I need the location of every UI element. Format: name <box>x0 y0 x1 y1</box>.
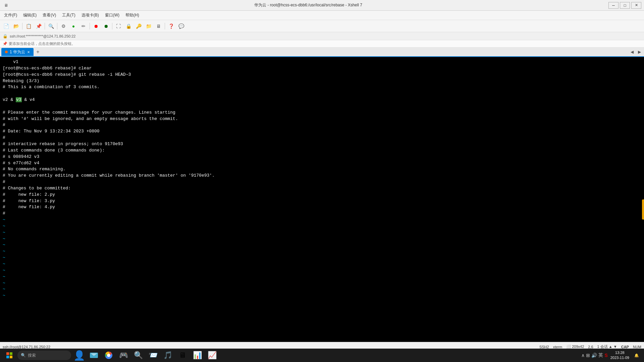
search-placeholder: 搜索 <box>28 353 36 358</box>
tray-wifi-icon[interactable]: 英 <box>598 352 603 358</box>
app-logo-icon <box>89 351 99 360</box>
toolbar-help[interactable]: ❓ <box>166 22 176 31</box>
term-tilde-5: ~ <box>3 242 641 248</box>
menu-edit[interactable]: 编辑(E) <box>20 11 39 19</box>
term-line-17: # s e77cd62 v4 <box>3 160 641 167</box>
taskbar-app-blue[interactable]: 📨 <box>146 349 160 361</box>
tab-close-icon[interactable]: ✕ <box>27 50 30 54</box>
taskbar-app-red[interactable]: 🎵 <box>161 349 174 361</box>
taskbar-app-avatar[interactable]: 👤 <box>72 349 86 361</box>
title-bar: 🖥 华为云 - root@hcss-ecs-dbb6:/usr/local/sr… <box>0 0 644 11</box>
terminal-wrapper: v1 [root@hcss-ecs-dbb6 rebase]# clear [r… <box>0 57 644 362</box>
term-line-12: # Date: Thu Nov 9 13:22:34 2023 +0800 <box>3 128 641 135</box>
svg-rect-0 <box>6 352 9 355</box>
toolbar-paste[interactable]: 📌 <box>34 22 43 31</box>
toolbar-green[interactable]: ● <box>69 22 78 31</box>
menu-view[interactable]: 查看(V) <box>40 11 59 19</box>
toolbar-transfer[interactable]: 📁 <box>144 22 153 31</box>
system-icons: ∧ ⊞ 🔊 英 S <box>581 352 607 358</box>
toolbar-lock[interactable]: 🔒 <box>124 22 133 31</box>
start-button[interactable] <box>3 350 16 361</box>
term-line-15: # Last commands done (3 commands done): <box>3 147 641 154</box>
toolbar-sep1 <box>22 23 22 29</box>
taskbar-app-yellow[interactable]: 📈 <box>205 349 219 361</box>
maximize-button[interactable]: □ <box>620 2 630 9</box>
taskbar: 🔍 搜索 👤 🎮 🔍 <box>0 349 644 362</box>
svg-rect-2 <box>6 356 9 358</box>
term-tilde-13: ~ <box>3 293 641 299</box>
toolbar-pencil[interactable]: ✏ <box>79 22 88 31</box>
term-line-7: v2 & v3 & v4 <box>3 97 641 103</box>
term-line-18: # No commands remaining. <box>3 166 641 173</box>
term-tilde-11: ~ <box>3 280 641 287</box>
close-button[interactable]: ✕ <box>631 2 641 9</box>
tab-prev-button[interactable]: ◀ <box>629 49 635 55</box>
svg-point-8 <box>107 354 110 357</box>
term-line-5: # This is a combination of 3 commits. <box>3 84 641 90</box>
clock[interactable]: 13:28 2023-11-09 <box>610 350 629 361</box>
term-tilde-12: ~ <box>3 286 641 293</box>
tab-huawei[interactable]: 1 华为云 ✕ <box>1 48 34 56</box>
term-tilde-9: ~ <box>3 267 641 274</box>
tab-next-button[interactable]: ▶ <box>636 49 643 55</box>
menu-window[interactable]: 窗口(W) <box>102 11 122 19</box>
toolbar-copy[interactable]: 📋 <box>24 22 33 31</box>
toolbar-record-red[interactable]: ⏺ <box>91 22 101 31</box>
svg-rect-3 <box>10 356 12 358</box>
taskbar-app-chrome[interactable] <box>102 349 115 361</box>
menu-help[interactable]: 帮助(H) <box>123 11 142 19</box>
tab-add-button[interactable]: + <box>34 48 42 56</box>
taskbar-app-word[interactable]: 📊 <box>191 349 204 361</box>
tab-dot <box>5 51 8 53</box>
minimize-button[interactable]: ─ <box>608 2 619 9</box>
toolbar-expand[interactable]: ⛶ <box>114 22 123 31</box>
taskbar-app-search2[interactable]: 🔍 <box>131 349 145 361</box>
toolbar: 📄 📂 📋 📌 🔍 ⚙ ● ✏ ⏺ ⏺ ⛶ 🔒 🔑 📁 🖥 ❓ 💬 <box>0 20 644 32</box>
windows-logo-icon <box>6 352 12 358</box>
term-line-25: # <box>3 210 641 217</box>
menu-tools[interactable]: 工具(T) <box>59 11 78 19</box>
toolbar-sep2 <box>45 23 45 29</box>
term-line-11: # <box>3 122 641 128</box>
tab-bar: 1 华为云 ✕ + ◀ ▶ <box>0 48 644 57</box>
toolbar-record-grn[interactable]: ⏺ <box>101 22 111 31</box>
menu-tab[interactable]: 选项卡(B) <box>79 11 102 19</box>
term-line-23: # new file: 3.py <box>3 198 641 204</box>
toolbar-settings[interactable]: ⚙ <box>59 22 68 31</box>
taskbar-app-pink[interactable]: 🎮 <box>117 349 130 361</box>
svg-rect-1 <box>10 352 12 355</box>
terminal[interactable]: v1 [root@hcss-ecs-dbb6 rebase]# clear [r… <box>0 57 644 342</box>
toolbar-chat[interactable]: 💬 <box>176 22 186 31</box>
toolbar-key[interactable]: 🔑 <box>134 22 143 31</box>
status-cursor: 2,6 <box>588 345 593 349</box>
term-line-3: [root@hcss-ecs-dbb6 rebase]# git rebase … <box>3 72 641 78</box>
toolbar-sep5 <box>112 23 112 29</box>
taskbar-app-logo[interactable] <box>87 349 101 361</box>
toolbar-find[interactable]: 🔍 <box>46 22 56 31</box>
notification-button[interactable]: 🔔 <box>632 351 641 360</box>
tray-window-icon[interactable]: ⊞ <box>586 353 590 358</box>
clock-date: 2023-11-09 <box>610 355 629 360</box>
tray-s-icon[interactable]: S <box>604 353 607 358</box>
tray-arrow-icon[interactable]: ∧ <box>581 353 585 358</box>
term-line-16: # s 0089442 v3 <box>3 154 641 160</box>
toolbar-open[interactable]: 📂 <box>11 22 21 31</box>
term-line-9: # Please enter the commit message for yo… <box>3 110 641 116</box>
term-line-6 <box>3 90 641 97</box>
menu-bar: 文件(F) 编辑(E) 查看(V) 工具(T) 选项卡(B) 窗口(W) 帮助(… <box>0 11 644 20</box>
right-indicator <box>642 199 644 220</box>
app-icon: 🖥 <box>3 3 8 8</box>
toolbar-monitor[interactable]: 🖥 <box>154 22 163 31</box>
taskbar-right: ∧ ⊞ 🔊 英 S 13:28 2023-11-09 🔔 <box>581 350 641 361</box>
term-line-4: Rebasing (3/3) <box>3 78 641 84</box>
taskbar-search[interactable]: 🔍 搜索 <box>17 351 71 360</box>
window-title: 华为云 - root@hcss-ecs-dbb6:/usr/local/src/… <box>8 2 608 8</box>
tray-volume-icon[interactable]: 🔊 <box>591 353 597 358</box>
term-tilde-10: ~ <box>3 274 641 280</box>
toolbar-new[interactable]: 📄 <box>1 22 11 31</box>
term-tilde-2: ~ <box>3 223 641 230</box>
menu-file[interactable]: 文件(F) <box>1 11 20 19</box>
term-tilde-4: ~ <box>3 236 641 242</box>
status-session: ssh://root@124.71.86.250:22 <box>3 345 50 349</box>
taskbar-app-terminal[interactable]: 🖥 <box>176 349 189 361</box>
